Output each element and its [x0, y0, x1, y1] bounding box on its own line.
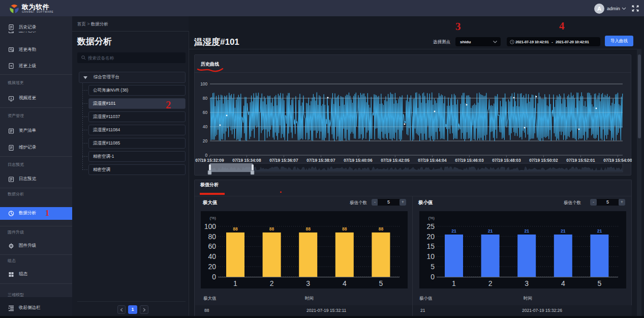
svg-text:40: 40 [203, 124, 208, 129]
svg-text:07/19 15:48:03: 07/19 15:48:03 [492, 158, 521, 163]
svg-text:07/19 15:32:09: 07/19 15:32:09 [195, 158, 224, 163]
svg-text:88: 88 [305, 226, 311, 232]
svg-text:20: 20 [426, 233, 435, 241]
svg-text:07/19 15:44:04: 07/19 15:44:04 [418, 158, 447, 163]
svg-text:100: 100 [204, 222, 217, 230]
svg-text:2: 2 [270, 279, 274, 287]
svg-text:5: 5 [379, 279, 383, 287]
svg-text:88: 88 [233, 226, 238, 232]
svg-text:88: 88 [269, 226, 274, 232]
svg-text:07/19 15:46:03: 07/19 15:46:03 [455, 158, 484, 163]
svg-text:07/19 15:50:02: 07/19 15:50:02 [529, 158, 558, 163]
svg-text:21: 21 [488, 228, 493, 234]
svg-text:2: 2 [488, 279, 493, 287]
svg-text:15: 15 [426, 242, 435, 250]
svg-text:1: 1 [452, 279, 456, 287]
svg-text:40: 40 [208, 252, 216, 261]
svg-text:3: 3 [306, 279, 310, 287]
svg-text:10: 10 [426, 252, 435, 261]
svg-text:07/19 15:42:05: 07/19 15:42:05 [381, 158, 410, 163]
svg-text:07/19 15:38:07: 07/19 15:38:07 [306, 158, 335, 163]
svg-text:25: 25 [426, 222, 435, 230]
svg-text:(%): (%) [428, 216, 435, 220]
svg-text:5: 5 [431, 263, 435, 271]
svg-text:20: 20 [203, 138, 208, 143]
svg-text:07/19 15:34:08: 07/19 15:34:08 [232, 158, 261, 163]
svg-text:80: 80 [208, 233, 216, 241]
svg-text:1: 1 [233, 279, 237, 287]
svg-text:60: 60 [203, 110, 208, 115]
svg-text:0: 0 [205, 153, 207, 158]
svg-text:88: 88 [342, 226, 347, 232]
svg-text:21: 21 [524, 228, 529, 234]
svg-text:07/19 15:52:01: 07/19 15:52:01 [566, 158, 595, 163]
svg-text:3: 3 [525, 279, 529, 287]
svg-text:(%): (%) [210, 216, 217, 220]
svg-text:07/19 15:40:06: 07/19 15:40:06 [344, 158, 373, 163]
svg-text:21: 21 [451, 228, 456, 234]
svg-text:5: 5 [598, 279, 602, 287]
svg-text:4: 4 [561, 279, 565, 287]
svg-text:07/19 15:54:00: 07/19 15:54:00 [603, 158, 632, 163]
svg-text:07/19 15:36:07: 07/19 15:36:07 [269, 158, 298, 163]
svg-text:20: 20 [208, 263, 216, 271]
svg-text:0: 0 [431, 273, 435, 281]
svg-text:80: 80 [203, 96, 208, 101]
svg-text:21: 21 [597, 228, 602, 234]
svg-text:88: 88 [379, 226, 384, 232]
svg-text:100: 100 [200, 81, 207, 86]
svg-text:21: 21 [561, 228, 566, 234]
svg-text:4: 4 [343, 279, 347, 287]
svg-text:60: 60 [208, 242, 216, 250]
svg-text:0: 0 [212, 273, 216, 281]
